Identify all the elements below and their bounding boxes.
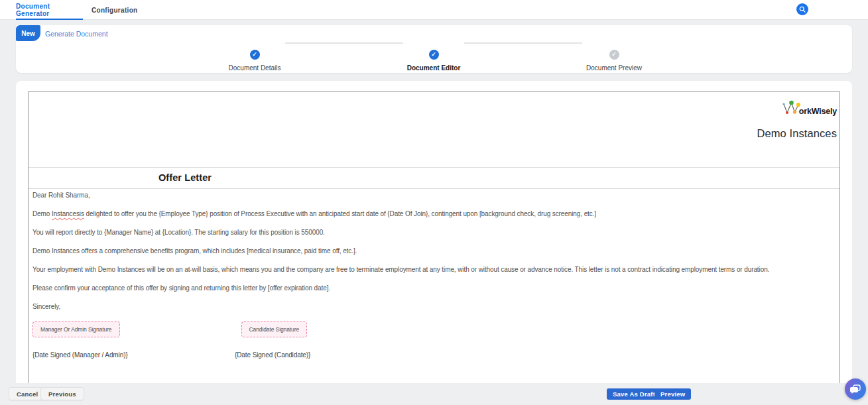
paragraph-benefits: Demo Instances offers a comprehensive be… bbox=[32, 247, 836, 255]
brand-name: orkWisely bbox=[799, 107, 837, 116]
generate-document-panel: New Generate Document ✓ Document Details… bbox=[16, 25, 852, 73]
company-name: Demo Instances bbox=[757, 127, 837, 140]
top-navigation-bar: Document Generator Configuration bbox=[0, 0, 868, 20]
tab-configuration[interactable]: Configuration bbox=[92, 0, 137, 20]
check-icon: ✓ bbox=[429, 50, 439, 60]
company-logo: orkWisely bbox=[781, 99, 837, 116]
chat-widget-button[interactable] bbox=[845, 378, 866, 400]
date-signed-candidate: {Date Signed (Candidate)} bbox=[235, 351, 310, 359]
search-icon bbox=[799, 6, 806, 13]
new-badge[interactable]: New bbox=[16, 25, 40, 41]
step-document-preview[interactable]: ✓ Document Preview bbox=[561, 50, 667, 72]
workwisely-logo-icon bbox=[781, 99, 801, 116]
save-as-draft-button[interactable]: Save As Draft bbox=[607, 388, 661, 400]
tab-document-generator[interactable]: Document Generator bbox=[16, 0, 83, 20]
paragraph-reporting: You will report directly to {Manager Nam… bbox=[32, 229, 836, 236]
stepper-connector bbox=[285, 42, 403, 44]
stepper-connector bbox=[464, 42, 582, 44]
document-page[interactable]: orkWisely Demo Instances Offer Letter De… bbox=[28, 91, 840, 383]
paragraph-at-will: Your employment with Demo Instances will… bbox=[32, 266, 836, 273]
previous-button[interactable]: Previous bbox=[40, 387, 84, 400]
date-signed-manager: {Date Signed (Manager / Admin)} bbox=[32, 351, 128, 359]
page-title: Generate Document bbox=[45, 30, 108, 38]
salutation: Dear Rohit Sharma, bbox=[32, 192, 836, 199]
paragraph-confirmation: Please confirm your acceptance of this o… bbox=[32, 284, 836, 292]
signature-row: Manager Or Admin Signature Candidate Sig… bbox=[32, 321, 836, 337]
letter-title-block: Offer Letter bbox=[29, 167, 839, 189]
misspelled-word: Instancesis bbox=[52, 210, 84, 217]
document-editor-panel: orkWisely Demo Instances Offer Letter De… bbox=[16, 81, 852, 383]
candidate-signature-field[interactable]: Candidate Signature bbox=[241, 321, 308, 337]
chat-icon bbox=[850, 384, 861, 394]
check-icon: ✓ bbox=[609, 50, 619, 60]
step-document-details[interactable]: ✓ Document Details bbox=[202, 50, 308, 72]
preview-button[interactable]: Preview bbox=[654, 388, 691, 400]
step-label: Document Preview bbox=[561, 64, 667, 72]
step-label: Document Editor bbox=[381, 64, 487, 72]
date-signed-row: {Date Signed (Manager / Admin)} {Date Si… bbox=[32, 351, 836, 359]
letter-body[interactable]: Dear Rohit Sharma, Demo Instancesis deli… bbox=[32, 192, 836, 359]
step-document-editor[interactable]: ✓ Document Editor bbox=[381, 50, 487, 72]
step-label: Document Details bbox=[202, 64, 308, 72]
manager-signature-field[interactable]: Manager Or Admin Signature bbox=[32, 321, 120, 337]
paragraph-offer: Demo Instancesis delighted to offer you … bbox=[32, 210, 836, 217]
check-icon: ✓ bbox=[250, 50, 260, 60]
letter-title: Offer Letter bbox=[29, 172, 341, 183]
search-button[interactable] bbox=[796, 3, 808, 15]
closing: Sincerely, bbox=[32, 303, 836, 310]
